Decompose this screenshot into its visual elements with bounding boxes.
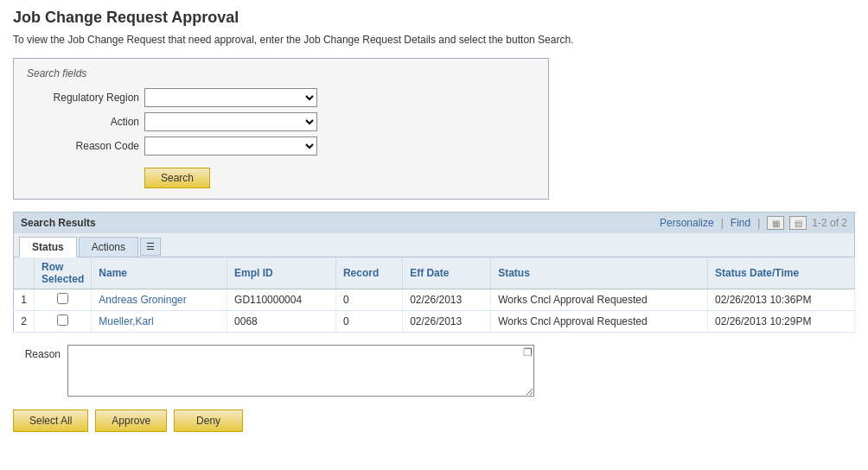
row-num-cell: 1 — [14, 289, 35, 311]
row-checkbox[interactable] — [57, 293, 68, 304]
col-name: Name — [92, 257, 227, 289]
reason-code-label: Reason Code — [27, 140, 139, 152]
regulatory-region-row: Regulatory Region — [27, 88, 535, 107]
regulatory-region-select[interactable] — [144, 88, 317, 107]
name-cell[interactable]: Andreas Groninger — [92, 289, 227, 311]
col-row-num — [14, 257, 35, 289]
status-cell: Works Cncl Approval Requested — [491, 311, 708, 333]
eff-date-cell: 02/26/2013 — [403, 289, 491, 311]
row-checkbox-cell[interactable] — [35, 311, 92, 333]
action-label: Action — [27, 116, 139, 128]
reason-label: Reason — [13, 345, 61, 360]
eff-date-cell: 02/26/2013 — [403, 311, 491, 333]
col-eff-date: Eff Date — [403, 257, 491, 289]
results-count: 1-2 of 2 — [812, 217, 847, 229]
results-controls: Personalize | Find | ▦ ▤ 1-2 of 2 — [660, 216, 847, 230]
deny-button[interactable]: Deny — [174, 410, 243, 432]
results-table: Row Selected Name Empl ID Record Eff Dat… — [13, 257, 855, 333]
select-all-button[interactable]: Select All — [13, 410, 88, 432]
status-datetime-cell: 02/26/2013 10:36PM — [707, 289, 854, 311]
approve-button[interactable]: Approve — [95, 410, 167, 432]
action-select[interactable] — [144, 112, 317, 131]
row-checkbox[interactable] — [57, 314, 68, 326]
action-row: Action — [27, 112, 535, 131]
results-section-title: Search Results — [21, 217, 96, 229]
row-checkbox-cell[interactable] — [35, 289, 92, 311]
record-cell: 0 — [335, 311, 402, 333]
table-row: 2 Mueller,Karl 0068 0 02/26/2013 Works C… — [14, 311, 855, 333]
personalize-link[interactable]: Personalize — [660, 217, 714, 229]
status-cell: Works Cncl Approval Requested — [491, 289, 708, 311]
table-row: 1 Andreas Groninger GD110000004 0 02/26/… — [14, 289, 855, 311]
reason-code-select[interactable] — [144, 137, 317, 156]
tabs-row: Status Actions ☰ — [13, 233, 855, 257]
reason-textarea-wrap: ❐ — [67, 345, 534, 399]
status-datetime-cell: 02/26/2013 10:29PM — [707, 311, 854, 333]
search-fields-title: Search fields — [27, 67, 535, 79]
name-link[interactable]: Andreas Groninger — [99, 294, 186, 306]
page-description: To view the Job Change Request that need… — [13, 34, 855, 46]
reason-textarea[interactable] — [67, 345, 534, 397]
expand-icon[interactable]: ❐ — [523, 346, 533, 359]
tab-status[interactable]: Status — [19, 237, 77, 257]
col-row-selected: Row Selected — [35, 257, 92, 289]
divider1: | — [721, 217, 724, 229]
col-status: Status — [491, 257, 708, 289]
col-empl-id: Empl ID — [227, 257, 336, 289]
divider2: | — [757, 217, 760, 229]
empl-id-cell: GD110000004 — [227, 289, 336, 311]
tab-actions[interactable]: Actions — [79, 237, 138, 257]
action-buttons: Select All Approve Deny — [13, 410, 855, 432]
results-header: Search Results Personalize | Find | ▦ ▤ … — [13, 212, 855, 233]
find-link[interactable]: Find — [731, 217, 750, 229]
col-record: Record — [335, 257, 402, 289]
tab-customize-icon[interactable]: ☰ — [140, 238, 161, 256]
table-header-row: Row Selected Name Empl ID Record Eff Dat… — [14, 257, 855, 289]
name-link[interactable]: Mueller,Karl — [99, 315, 153, 327]
search-fields-section: Search fields Regulatory Region Action R… — [13, 58, 549, 200]
name-cell[interactable]: Mueller,Karl — [92, 311, 227, 333]
grid-view-icon[interactable]: ▦ — [767, 216, 784, 230]
reason-section: Reason ❐ — [13, 345, 855, 399]
col-status-datetime: Status Date/Time — [707, 257, 854, 289]
row-num-cell: 2 — [14, 311, 35, 333]
page-title: Job Change Request Approval — [13, 9, 855, 27]
record-cell: 0 — [335, 289, 402, 311]
search-button[interactable]: Search — [144, 168, 210, 188]
empl-id-cell: 0068 — [227, 311, 336, 333]
regulatory-region-label: Regulatory Region — [27, 92, 139, 104]
reason-code-row: Reason Code — [27, 137, 535, 156]
list-view-icon[interactable]: ▤ — [789, 216, 807, 230]
